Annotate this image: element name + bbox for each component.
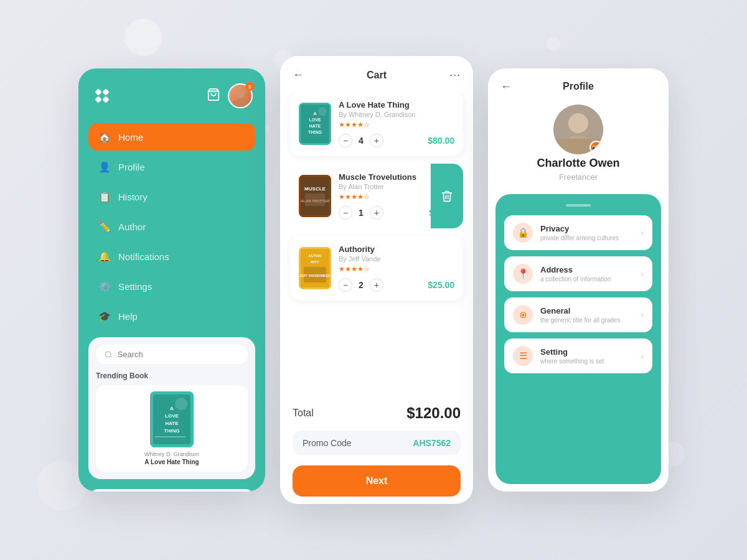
sidebar-item-settings[interactable]: ⚙️ Settings <box>88 273 255 300</box>
svg-point-11 <box>175 398 187 410</box>
privacy-label: Privacy <box>540 224 633 233</box>
trending-title: A Love Hate Thing <box>144 459 199 465</box>
svg-point-38 <box>568 113 588 133</box>
cart-item-muscle-wrap: MUSCLE ALAN TROTTER Muscle Trovelutions … <box>290 164 463 228</box>
next-button[interactable]: Next <box>293 465 461 497</box>
qty-value: 4 <box>359 136 364 146</box>
svg-text:THING: THING <box>164 428 180 434</box>
svg-line-4 <box>110 356 111 357</box>
svg-text:HATE: HATE <box>165 421 179 426</box>
header-icons: 3 <box>207 83 253 108</box>
cart-item-info: A Love Hate Thing By Whitney D. Grandiso… <box>339 100 454 147</box>
profile-menu-address[interactable]: 📍 Address a collection of information › <box>504 256 652 291</box>
cart-qty-price: − 4 + $80.00 <box>339 134 454 147</box>
total-amount: $120.00 <box>406 404 461 422</box>
history-icon: 📋 <box>98 190 111 203</box>
cart-item-cover-authority: AUTHO RITY JEFF VANDERMEER <box>299 247 331 289</box>
sidebar-item-notifications[interactable]: 🔔 Notifications <box>88 243 255 270</box>
qty-increase-muscle[interactable]: + <box>370 206 383 220</box>
author-icon: ✏️ <box>98 220 111 233</box>
home-content-area: Trending Book A LOVE HATE THING Whitney … <box>88 337 255 479</box>
profile-user-role: Freelancer <box>559 172 598 182</box>
trending-book-card[interactable]: A LOVE HATE THING Whitney D. Grandison A… <box>96 385 248 472</box>
address-label: Address <box>540 265 633 274</box>
privacy-description: private differ among cultures <box>540 235 633 241</box>
trending-author: Whitney D. Grandison <box>144 451 199 457</box>
sidebar-item-home[interactable]: 🏠 Home <box>88 123 255 151</box>
general-text: General the generic title for all grades <box>540 306 633 324</box>
cart-item-cover-love: A LOVE HATE THING <box>299 103 331 145</box>
profile-menu-setting[interactable]: ☰ Setting where something is set › <box>504 338 652 373</box>
svg-text:AUTHO: AUTHO <box>308 254 322 258</box>
qty-value-muscle: 1 <box>359 208 364 218</box>
svg-point-25 <box>318 107 327 116</box>
profile-menu-privacy[interactable]: 🔒 Privacy private differ among cultures … <box>504 215 652 250</box>
address-chevron-icon: › <box>641 269 644 279</box>
setting-text: Setting where something is set <box>540 347 633 365</box>
cart-items-list: A LOVE HATE THING A Love Hate Thing By W… <box>280 91 473 394</box>
sidebar-item-help[interactable]: 🎓 Help <box>88 302 255 330</box>
camera-badge[interactable]: 📷 <box>590 141 603 154</box>
address-text: Address a collection of information <box>540 265 633 282</box>
profile-avatar-section: 📷 Charlotte Owen Freelancer <box>488 98 669 194</box>
trash-icon <box>441 190 453 202</box>
general-icon: ⊕ <box>513 305 533 325</box>
svg-text:A: A <box>313 111 316 116</box>
qty-decrease-authority[interactable]: − <box>339 278 352 292</box>
cart-item-price-authority: $25.00 <box>428 280 454 290</box>
promo-code-value: AHS7562 <box>413 438 451 448</box>
qty-control-authority: − 2 + <box>339 278 383 292</box>
home-icon: 🏠 <box>98 131 111 143</box>
cart-total-section: Total $120.00 Promo Code AHS7562 Next <box>280 394 473 504</box>
privacy-text: Privacy private differ among cultures <box>540 224 633 241</box>
svg-text:MUSCLE: MUSCLE <box>304 186 326 192</box>
profile-title: Profile <box>563 81 594 92</box>
profile-back-button[interactable]: ← <box>500 80 512 93</box>
cart-item: A LOVE HATE THING A Love Hate Thing By W… <box>290 91 463 156</box>
delete-button[interactable] <box>431 164 463 228</box>
sidebar-panel: 3 🏠 Home 👤 Profile 📋 History ✏️ Author 🔔… <box>78 68 265 492</box>
sidebar-item-profile[interactable]: 👤 Profile <box>88 153 255 180</box>
qty-decrease[interactable]: − <box>339 134 352 147</box>
sidebar-header: 3 <box>78 68 265 118</box>
nav-menu: 🏠 Home 👤 Profile 📋 History ✏️ Author 🔔 N… <box>78 118 265 337</box>
sidebar-item-history[interactable]: 📋 History <box>88 183 255 210</box>
total-label: Total <box>293 408 314 419</box>
qty-value-authority: 2 <box>359 280 364 290</box>
handle-bar <box>566 204 591 207</box>
search-icon <box>105 350 113 359</box>
logo-icon <box>91 85 113 107</box>
profile-menu-general[interactable]: ⊕ General the generic title for all grad… <box>504 297 652 332</box>
svg-text:LOVE: LOVE <box>165 413 179 419</box>
bg-circle-1 <box>125 19 162 56</box>
setting-icon: ☰ <box>513 346 533 366</box>
cart-item-price: $80.00 <box>428 136 454 146</box>
profile-avatar[interactable]: 📷 <box>553 105 603 154</box>
qty-increase-authority[interactable]: + <box>370 278 383 292</box>
cart-item-author: By Whitney D. Grandison <box>339 111 454 118</box>
profile-icon: 👤 <box>98 161 111 173</box>
search-bar[interactable] <box>96 345 248 364</box>
svg-text:THING: THING <box>308 130 322 134</box>
cart-title: Cart <box>367 70 387 81</box>
user-avatar[interactable]: 3 <box>228 83 253 108</box>
cart-back-button[interactable]: ← <box>293 68 304 82</box>
sidebar-item-author[interactable]: ✏️ Author <box>88 213 255 240</box>
cart-more-button[interactable]: ··· <box>449 68 461 82</box>
cart-item-authority: AUTHO RITY JEFF VANDERMEER Authority By … <box>290 236 463 301</box>
profile-user-name: Charlotte Owen <box>537 157 619 170</box>
search-input[interactable] <box>118 350 239 359</box>
profile-header: ← Profile <box>488 68 669 98</box>
profile-menu-section: 🔒 Privacy private differ among cultures … <box>496 194 661 484</box>
qty-control-muscle: − 1 + <box>339 206 383 220</box>
cart-icon[interactable] <box>207 88 220 104</box>
cart-item-title-authority: Authority <box>339 245 454 254</box>
trending-label: Trending Book <box>96 371 248 380</box>
help-icon: 🎓 <box>98 310 111 322</box>
qty-increase[interactable]: + <box>370 134 383 147</box>
promo-label: Promo Code <box>303 438 352 448</box>
qty-decrease-muscle[interactable]: − <box>339 206 352 220</box>
setting-label: Setting <box>540 347 633 357</box>
cart-panel: ← Cart ··· A LOVE HATE THING A Love Hate… <box>280 56 473 504</box>
cart-item-info-authority: Authority By Jeff Vande ★★★★☆ − 2 + $25.… <box>339 245 454 292</box>
